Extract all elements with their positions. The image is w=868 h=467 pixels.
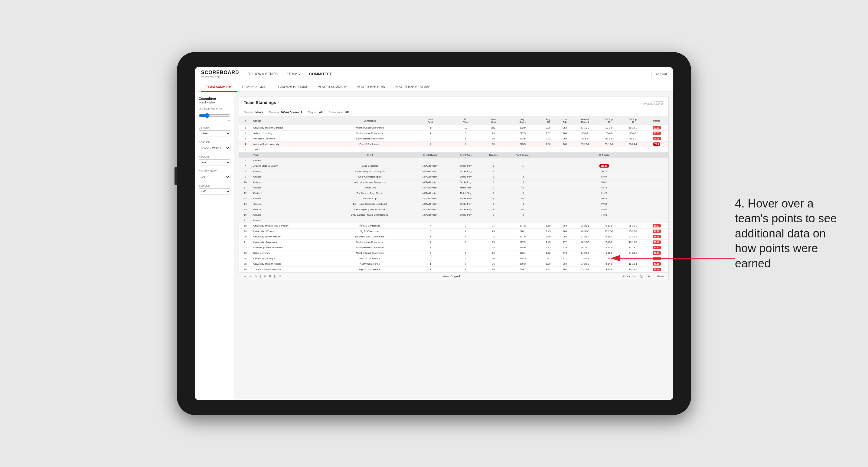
low-cell: 265 xyxy=(557,142,573,147)
filter-select-conference[interactable]: (All) xyxy=(199,174,230,180)
hover-detail-row[interactable]: 15 East Tec OFCC Fighting Illini Invitat… xyxy=(239,207,669,212)
detail-div: NCAA Division I xyxy=(411,174,450,180)
grid-icon[interactable]: ⊞ xyxy=(264,275,266,278)
update-time: Update time: 13/03/2024 10:03:42 xyxy=(642,100,663,105)
filter-select-gender[interactable]: Men's xyxy=(199,130,230,136)
watch-button[interactable]: 👁 Watch ▾ xyxy=(622,275,636,278)
hover-detail-row[interactable]: 17 Univers xyxy=(239,218,669,223)
detail-type: Stroke Play xyxy=(450,180,481,185)
hover-detail-row[interactable]: 14 Georgia Ben Hogan Collegiate Invitati… xyxy=(239,201,669,207)
table-row[interactable]: 24University of Oregon Pac-12 Conference… xyxy=(239,256,669,261)
tab-player-summary[interactable]: PLAYER SUMMARY xyxy=(313,83,352,92)
school-cell: University of North Carolina xyxy=(252,125,329,131)
conf-rank-cell: 1 xyxy=(411,131,450,136)
detail-event: National Invitational Tournament xyxy=(329,180,411,185)
tab-team-h2h-heatmap[interactable]: TEAM H2H HEATMAP xyxy=(271,83,313,92)
separator: | xyxy=(260,275,261,278)
detail-type: Stroke Play xyxy=(450,207,481,212)
filter-min-rounds: Minimum Rounds 0 10 xyxy=(199,108,230,122)
filter-gender-display: Gender: Men's xyxy=(244,111,263,114)
table-row[interactable]: 21University of Alabama Southeastern Con… xyxy=(239,240,669,245)
share-icon[interactable]: ⊕ xyxy=(648,275,650,278)
filter-select-region[interactable]: N/A xyxy=(199,159,230,165)
toolbar-center[interactable]: View: Original xyxy=(443,275,460,278)
nav-teams[interactable]: TEAMS xyxy=(287,72,300,76)
refresh-icon[interactable]: ↻ xyxy=(255,275,257,278)
sign-out-link[interactable]: Sign out xyxy=(655,72,667,76)
table-row[interactable]: 23Duke University Atlantic Coast Confere… xyxy=(239,250,669,256)
share-button[interactable]: ↑ Share xyxy=(654,275,663,278)
hover-detail-row[interactable]: 16 Univers 2023 Sahalee Players Champion… xyxy=(239,212,669,218)
toolbar-right: 👁 Watch ▾ 💬 ⊕ ↑ Share xyxy=(622,275,663,278)
sub-col-team: Team xyxy=(252,152,329,158)
table-row[interactable]: 2 Auburn University Southeastern Confere… xyxy=(239,131,669,136)
detail-no: 17 xyxy=(239,218,252,223)
points-cell[interactable]: 79.5 xyxy=(645,142,669,147)
table-row[interactable]: 26The Ohio State University Big Ten Conf… xyxy=(239,267,669,272)
bnds-cell: 19 xyxy=(481,136,505,142)
table-row[interactable]: 25University of North Florida ASUN Confe… xyxy=(239,261,669,267)
feedback-button[interactable]: 💬 xyxy=(640,275,643,278)
table-row[interactable]: 19University of Texas Big 12 Conference … xyxy=(239,229,669,234)
annotation-container: 4. Hover over a team's points to see add… xyxy=(735,196,850,271)
detail-rounds: 3 xyxy=(481,212,505,218)
tab-team-h2h-grid[interactable]: TEAM H2H GRID xyxy=(237,83,271,92)
filter-conference-display: Conference: All xyxy=(329,111,349,114)
school-cell: Texas T... xyxy=(252,147,329,152)
nav-tournaments[interactable]: TOURNAMENTS xyxy=(248,72,278,76)
redo-icon[interactable]: ↪ xyxy=(249,275,252,278)
points-cell[interactable]: 93.31 xyxy=(645,131,669,136)
slider-range-display: 0 10 xyxy=(199,119,230,122)
detail-div: NCAA Division I xyxy=(411,185,450,191)
no-tour-cell: 8 xyxy=(450,142,481,147)
points-cell[interactable]: 97.02 xyxy=(645,125,669,131)
hover-detail-row[interactable]: 12 Florida I The Cypress Point Classic N… xyxy=(239,191,669,196)
points-cell[interactable]: 90.20 xyxy=(645,136,669,142)
filter-division: Division NCAA Division I xyxy=(199,141,230,151)
tab-player-h2h-grid[interactable]: PLAYER H2H GRID xyxy=(352,83,390,92)
detail-team: Univers xyxy=(252,169,329,174)
undo-icon[interactable]: ↩ xyxy=(244,275,246,278)
table-row-highlighted[interactable]: 4 Arizona State University Pac-12 Confer… xyxy=(239,142,669,147)
table-row[interactable]: 5 Texas T... xyxy=(239,147,669,152)
hover-detail-row[interactable]: 9 Univers Amer An Intercollegiate NCAA D… xyxy=(239,174,669,180)
tab-player-h2h-heatmap[interactable]: PLAYER H2H HEATMAP xyxy=(390,83,435,92)
hover-detail-row[interactable]: 7 Arizona State University Cabo Collegia… xyxy=(239,163,669,169)
logo: SCOREBOARD xyxy=(201,70,239,75)
hover-detail-row[interactable]: 6 Univers xyxy=(239,158,669,163)
table-row[interactable]: 18University of California, Berkeley Pac… xyxy=(239,223,669,229)
table-row[interactable]: 3 Vanderbilt University Southeastern Con… xyxy=(239,136,669,142)
filter-conference-value: All xyxy=(345,111,349,114)
hover-detail-row[interactable]: 10 Univers National Invitational Tournam… xyxy=(239,180,669,185)
top50-cell: 58-24-1 xyxy=(621,142,645,147)
col-adj-score: Adj.Score xyxy=(505,117,539,125)
filter-region-value: All xyxy=(319,111,323,114)
filter-slider-rounds[interactable] xyxy=(199,113,230,118)
table-row[interactable]: 1 University of North Carolina Atlantic … xyxy=(239,125,669,131)
tab-team-summary[interactable]: TEAM SUMMARY xyxy=(201,83,237,92)
filter-gender-value: Men's xyxy=(255,111,263,114)
no-tour-cell: 10 xyxy=(450,125,481,131)
hover-detail-row[interactable]: 13 Univers Williams Cup NCAA Division I … xyxy=(239,196,669,201)
table-row[interactable]: 22Mississippi State University Southeast… xyxy=(239,245,669,250)
info-icon[interactable]: ⓘ xyxy=(278,274,281,278)
detail-div: NCAA Division I xyxy=(411,212,450,218)
hover-detail-row[interactable]: 8 Univers Southern Highlands Collegiate … xyxy=(239,169,669,174)
page-wrapper: SCOREBOARD Powered by clippi TOURNAMENTS… xyxy=(0,0,868,467)
detail-team: East Tec xyxy=(252,207,329,212)
filter-select-division[interactable]: NCAA Division I xyxy=(199,145,230,151)
table-row[interactable]: 20University of New Mexico Mountain West… xyxy=(239,234,669,240)
detail-rank-impact: +0 xyxy=(505,212,539,218)
conf-cell: Pac-12 Conference xyxy=(329,142,411,147)
bnds-cell: 262 xyxy=(481,125,505,131)
annotation-text: 4. Hover over a team's points to see add… xyxy=(735,196,850,271)
filter-region-display: Region: All xyxy=(308,111,323,114)
nav-committee[interactable]: COMMITTEE xyxy=(309,72,332,76)
copy-icon[interactable]: ⧉ xyxy=(269,275,271,278)
detail-no: 15 xyxy=(239,207,252,212)
detail-event: Southern Highlands Collegiate xyxy=(329,169,411,174)
filter-select-school[interactable]: (All) xyxy=(199,188,230,194)
separator2: | xyxy=(274,275,275,278)
hover-detail-row[interactable]: 11 Univers Copper Cup NCAA Division I Ma… xyxy=(239,185,669,191)
col-no-tour: NoTour xyxy=(450,117,481,125)
